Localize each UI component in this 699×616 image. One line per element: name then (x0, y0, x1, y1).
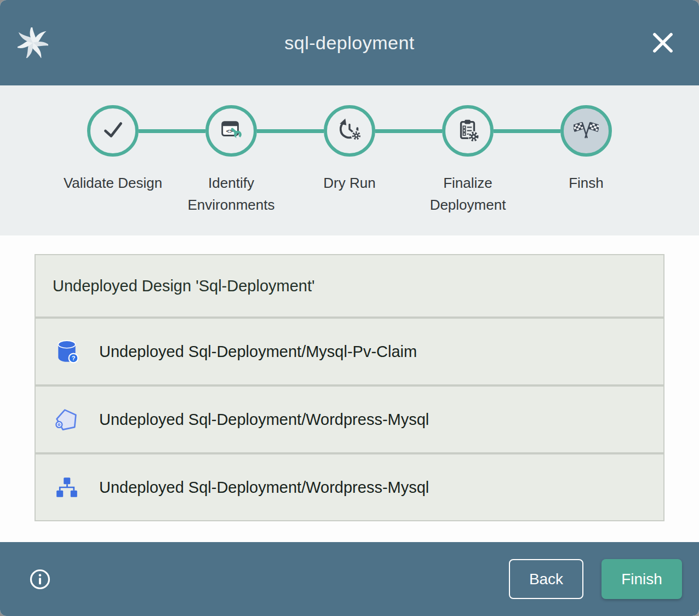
hierarchy-icon (54, 475, 79, 500)
undeploy-results-list: Undeployed Design 'Sql-Deployment' ? Und… (35, 254, 664, 521)
back-button[interactable]: Back (509, 559, 583, 599)
checkered-flags-icon (574, 117, 599, 145)
deployment-stepper: Validate Design <> Identify Environments (0, 85, 699, 235)
step-dry-run[interactable]: Dry Run (290, 105, 409, 235)
step-label: Identify Environments (181, 172, 281, 216)
clipboard-gear-icon (455, 117, 480, 145)
step-circle (442, 105, 494, 157)
list-item[interactable]: Undeployed Sql-Deployment/Wordpress-Mysq… (36, 387, 663, 452)
step-circle (87, 105, 139, 157)
code-window-wrench-icon: <> (219, 117, 244, 145)
history-gear-icon (337, 117, 362, 145)
deployment-wizard-modal: sql-deployment Validate Design (0, 0, 699, 616)
step-circle: <> (205, 105, 257, 157)
list-item-text: Undeployed Sql-Deployment/Wordpress-Mysq… (99, 479, 429, 497)
list-item-text: Undeployed Sql-Deployment/Wordpress-Mysq… (99, 411, 429, 429)
step-label: Finsh (569, 172, 604, 194)
list-item-text: Undeployed Sql-Deployment/Mysql-Pv-Claim (99, 343, 417, 361)
check-icon (100, 117, 125, 145)
finish-button[interactable]: Finish (601, 559, 682, 599)
step-connector (139, 129, 205, 133)
close-icon[interactable] (651, 31, 675, 55)
step-connector (375, 129, 442, 133)
step-label: Validate Design (64, 172, 162, 194)
step-identify-environments[interactable]: <> Identify Environments (172, 105, 290, 235)
results-list-header: Undeployed Design 'Sql-Deployment' (36, 255, 663, 316)
modal-title: sql-deployment (0, 32, 699, 54)
step-label: Finalize Deployment (418, 172, 518, 216)
list-item[interactable]: Undeployed Sql-Deployment/Wordpress-Mysq… (36, 454, 663, 520)
step-circle (560, 105, 612, 157)
pentagon-badge-icon (54, 407, 79, 432)
step-validate-design[interactable]: Validate Design (54, 105, 172, 235)
results-panel: Undeployed Design 'Sql-Deployment' ? Und… (0, 235, 699, 542)
modal-header: sql-deployment (0, 0, 699, 85)
step-circle (324, 105, 375, 157)
step-finish[interactable]: Finsh (527, 105, 645, 235)
step-connector (257, 129, 324, 133)
svg-text:?: ? (72, 355, 76, 361)
list-item[interactable]: ? Undeployed Sql-Deployment/Mysql-Pv-Cla… (36, 319, 663, 384)
step-finalize-deployment[interactable]: Finalize Deployment (409, 105, 527, 235)
results-header-text: Undeployed Design 'Sql-Deployment' (53, 277, 315, 295)
info-icon[interactable] (29, 568, 51, 590)
modal-footer: Back Finish (0, 542, 699, 616)
step-label: Dry Run (323, 172, 375, 194)
database-question-icon: ? (54, 339, 79, 364)
step-connector (494, 129, 560, 133)
